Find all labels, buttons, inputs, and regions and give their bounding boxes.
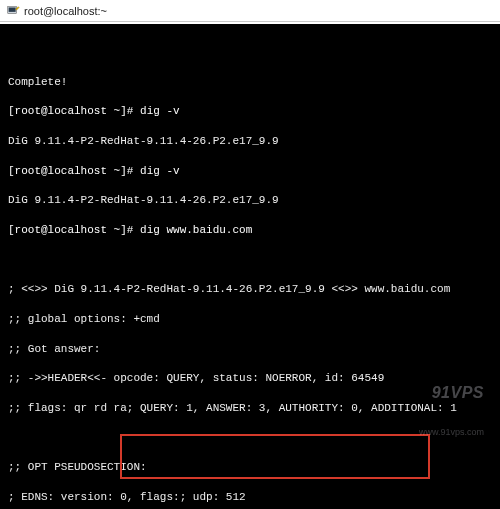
watermark: 91VPS www.91vps.com — [412, 361, 484, 481]
putty-icon — [6, 4, 20, 18]
prompt-line: [root@localhost ~]# dig -v — [8, 164, 492, 179]
output-line: Complete! — [8, 75, 492, 90]
output-line: ; <<>> DiG 9.11.4-P2-RedHat-9.11.4-26.P2… — [8, 282, 492, 297]
prompt: [root@localhost ~]# — [8, 105, 133, 117]
output-line — [8, 45, 492, 60]
prompt-line: [root@localhost ~]# dig -v — [8, 104, 492, 119]
terminal[interactable]: Complete! [root@localhost ~]# dig -v DiG… — [0, 22, 500, 509]
watermark-main: 91VPS — [432, 384, 484, 401]
svg-rect-1 — [9, 7, 16, 11]
watermark-sub: www.91vps.com — [412, 426, 484, 438]
command: dig -v — [140, 105, 180, 117]
prompt-line: [root@localhost ~]# dig www.baidu.com — [8, 223, 492, 238]
output-line — [8, 253, 492, 268]
window-titlebar[interactable]: root@localhost:~ — [0, 0, 500, 22]
prompt: [root@localhost ~]# — [8, 224, 133, 236]
output-line: ;; Got answer: — [8, 342, 492, 357]
prompt: [root@localhost ~]# — [8, 165, 133, 177]
output-line: ; EDNS: version: 0, flags:; udp: 512 — [8, 490, 492, 505]
command: dig www.baidu.com — [140, 224, 252, 236]
output-line: DiG 9.11.4-P2-RedHat-9.11.4-26.P2.e17_9.… — [8, 134, 492, 149]
window-title: root@localhost:~ — [24, 5, 107, 17]
command: dig -v — [140, 165, 180, 177]
output-line: DiG 9.11.4-P2-RedHat-9.11.4-26.P2.e17_9.… — [8, 193, 492, 208]
output-line: ;; global options: +cmd — [8, 312, 492, 327]
